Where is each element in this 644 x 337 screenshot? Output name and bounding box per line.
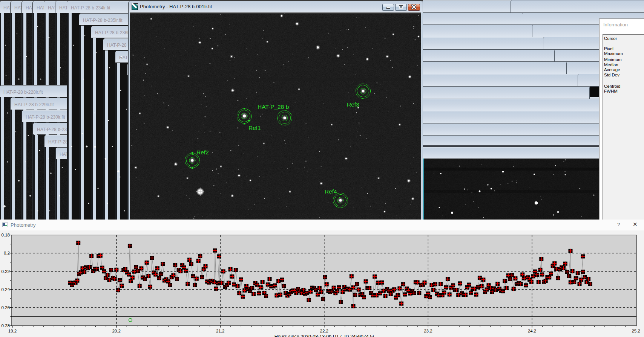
svg-text:0.18: 0.18 xyxy=(2,233,10,237)
svg-text:0.22: 0.22 xyxy=(2,269,10,274)
svg-text:Ref2: Ref2 xyxy=(196,149,209,156)
svg-text:0.24: 0.24 xyxy=(2,287,10,292)
svg-text:0.28: 0.28 xyxy=(2,323,10,328)
svg-text:19.2: 19.2 xyxy=(8,329,17,333)
svg-text:22.2: 22.2 xyxy=(320,329,328,333)
svg-text:24.2: 24.2 xyxy=(528,329,536,333)
svg-text:Ref3: Ref3 xyxy=(347,101,359,108)
svg-text:21.2: 21.2 xyxy=(216,329,224,333)
svg-text:25.2: 25.2 xyxy=(632,329,640,333)
svg-text:Hours since 2020-08-13-0h UT (: Hours since 2020-08-13-0h UT ( JD 245907… xyxy=(274,334,374,337)
svg-text:HAT-P_28 b: HAT-P_28 b xyxy=(258,104,289,110)
svg-text:Ref4: Ref4 xyxy=(325,188,337,195)
svg-text:0.26: 0.26 xyxy=(2,305,10,310)
svg-text:23.2: 23.2 xyxy=(424,329,432,333)
svg-text:Ref1: Ref1 xyxy=(248,125,261,131)
svg-text:0.2: 0.2 xyxy=(4,251,10,255)
svg-text:20.2: 20.2 xyxy=(112,329,120,333)
